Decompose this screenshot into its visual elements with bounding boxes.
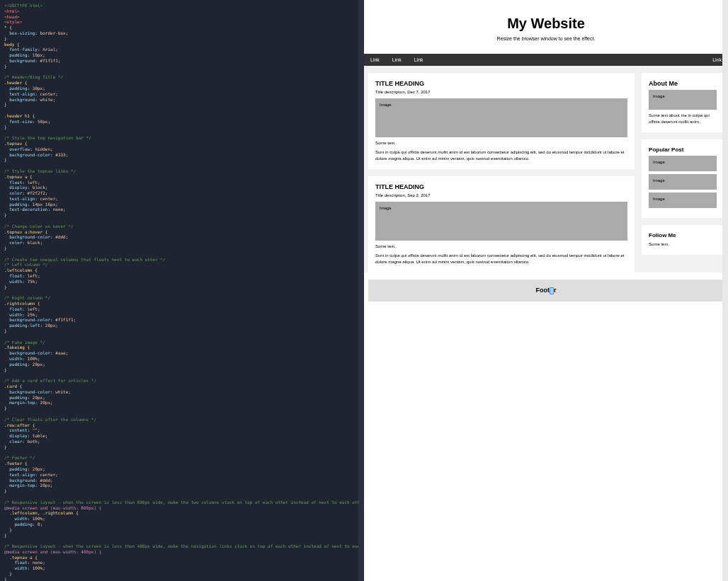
nav-link[interactable]: Link <box>408 54 430 66</box>
follow-heading: Follow Me <box>649 232 717 238</box>
post-text: Some text.. <box>375 243 627 250</box>
post-desc: Title description, Sep 2, 2017 <box>375 193 627 197</box>
nav-link[interactable]: Link <box>386 54 408 66</box>
preview-footer: Footr <box>368 280 724 301</box>
popular-heading: Popular Post <box>649 146 717 153</box>
fake-image: Image <box>649 174 717 190</box>
site-title: My Website <box>364 16 728 32</box>
post-text: Some text.. <box>375 140 627 146</box>
fake-image: Image <box>649 90 717 110</box>
post-card: TITLE HEADING Title description, Dec 7, … <box>368 73 635 169</box>
post-heading: TITLE HEADING <box>375 183 627 190</box>
post-desc: Title description, Dec 7, 2017 <box>375 90 627 94</box>
about-text: Some text about me in culpa qui officia … <box>649 113 717 125</box>
about-heading: About Me <box>649 80 717 87</box>
footer-text-right: r <box>554 287 557 294</box>
preview-pane: My Website Resize the browser window to … <box>364 0 728 581</box>
follow-card: Follow Me Some text.. <box>642 225 724 255</box>
editor-scrollbar[interactable] <box>358 0 364 581</box>
post-card: TITLE HEADING Title description, Sep 2, … <box>368 176 635 272</box>
fake-image: Image <box>649 156 717 171</box>
top-nav: Link Link Link Link <box>364 54 728 66</box>
post-text: Sunt in culpa qui officia deserunt molli… <box>375 253 627 265</box>
code-editor[interactable]: <!DOCTYPE html> <html> <head> <style> * … <box>0 0 364 581</box>
post-heading: TITLE HEADING <box>375 80 627 87</box>
nav-link[interactable]: Link <box>364 54 386 66</box>
preview-scrollbar[interactable] <box>722 0 728 581</box>
fake-image: Image <box>375 202 627 241</box>
about-card: About Me Image Some text about me in cul… <box>642 73 724 132</box>
fake-image: Image <box>649 192 717 208</box>
footer-text-left: Foot <box>535 287 550 294</box>
post-text: Sunt in culpa qui officia deserunt molli… <box>375 149 627 162</box>
preview-header: My Website Resize the browser window to … <box>364 0 728 54</box>
fake-image: Image <box>375 98 627 137</box>
popular-card: Popular Post Image Image Image <box>642 139 724 218</box>
site-subtitle: Resize the browser window to see the eff… <box>364 36 728 41</box>
follow-text: Some text.. <box>649 241 717 248</box>
